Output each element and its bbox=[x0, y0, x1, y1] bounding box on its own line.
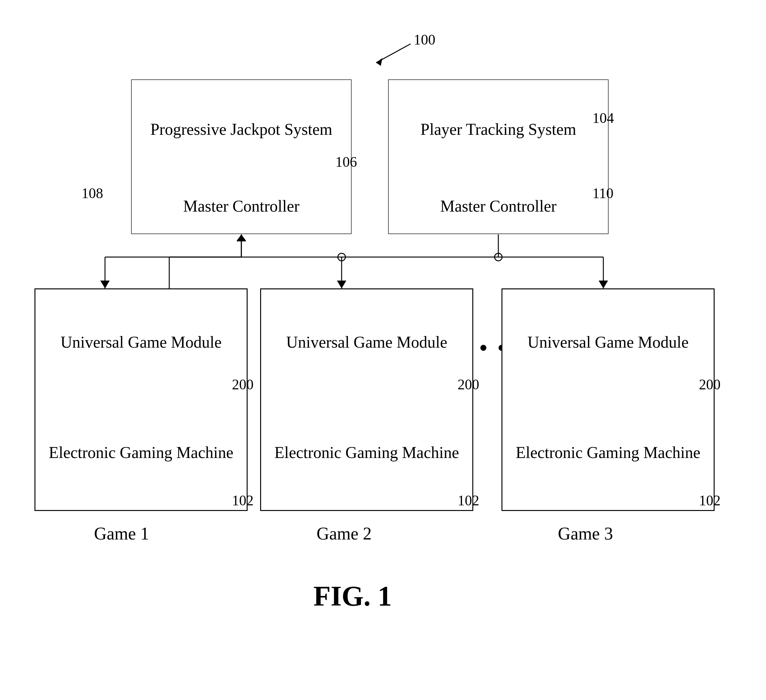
game2-ugm-box: Universal Game Module bbox=[260, 288, 473, 395]
game3-ugm-ref: 200 bbox=[699, 376, 720, 393]
game1-ugm-label: Universal Game Module bbox=[60, 332, 222, 353]
master-controller-right-label: Master Controller bbox=[440, 196, 556, 217]
game2-ugm-label: Universal Game Module bbox=[286, 332, 447, 353]
ref-110: 110 bbox=[592, 185, 613, 201]
svg-marker-13 bbox=[337, 280, 346, 288]
svg-marker-1 bbox=[376, 58, 382, 66]
ref-108: 108 bbox=[81, 185, 103, 201]
game3-title: Game 3 bbox=[558, 524, 613, 543]
ref-104: 104 bbox=[592, 110, 614, 126]
svg-point-24 bbox=[338, 253, 345, 261]
svg-marker-23 bbox=[237, 234, 246, 241]
game2-egm-ref: 102 bbox=[457, 492, 479, 509]
progressive-jackpot-label: Progressive Jackpot System bbox=[150, 119, 332, 140]
progressive-jackpot-system-box: Progressive Jackpot System bbox=[131, 80, 351, 179]
game2-egm-label: Electronic Gaming Machine bbox=[274, 442, 459, 463]
game3-egm-ref: 102 bbox=[699, 492, 720, 509]
game2-egm-box: Electronic Gaming Machine bbox=[260, 395, 473, 511]
master-controller-right-box: Master Controller bbox=[389, 179, 608, 234]
ref-106: 106 bbox=[336, 154, 357, 170]
game1-title: Game 1 bbox=[94, 524, 149, 543]
player-tracking-system-box: Player Tracking System bbox=[389, 80, 608, 179]
game2-title: Game 2 bbox=[317, 524, 372, 543]
player-tracking-label: Player Tracking System bbox=[421, 119, 576, 140]
svg-point-25 bbox=[495, 253, 502, 261]
game3-egm-box: Electronic Gaming Machine bbox=[502, 395, 715, 511]
game3-ugm-label: Universal Game Module bbox=[527, 332, 688, 353]
game1-ugm-ref: 200 bbox=[232, 376, 253, 393]
game3-egm-label: Electronic Gaming Machine bbox=[516, 442, 700, 463]
game1-egm-ref: 102 bbox=[232, 492, 253, 509]
master-controller-left-label: Master Controller bbox=[183, 196, 299, 217]
svg-line-0 bbox=[376, 44, 411, 63]
game1-egm-label: Electronic Gaming Machine bbox=[49, 442, 233, 463]
diagram: 100 Progressive Jackpot System Master Co… bbox=[0, 0, 766, 700]
game1-egm-box: Electronic Gaming Machine bbox=[35, 395, 248, 511]
game3-ugm-box: Universal Game Module bbox=[502, 288, 715, 395]
svg-marker-9 bbox=[100, 280, 110, 288]
svg-marker-21 bbox=[237, 234, 246, 241]
game1-ugm-box: Universal Game Module bbox=[35, 288, 248, 395]
game2-ugm-ref: 200 bbox=[457, 376, 479, 393]
figure-title: FIG. 1 bbox=[313, 580, 392, 612]
ref-100: 100 bbox=[414, 31, 435, 48]
master-controller-left-box: Master Controller bbox=[131, 179, 351, 234]
svg-marker-18 bbox=[599, 280, 608, 288]
